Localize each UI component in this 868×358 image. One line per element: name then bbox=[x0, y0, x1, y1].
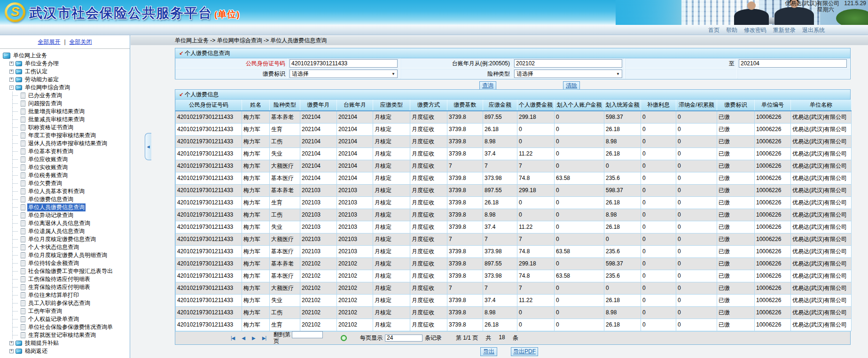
cell: 已缴 bbox=[717, 135, 755, 148]
sidebar-folder-item[interactable]: +劳动能力鉴定 bbox=[2, 76, 130, 84]
sidebar-item[interactable]: 社会保险缴费工资申报汇总表导出 bbox=[2, 267, 130, 275]
sidebar-item[interactable]: 单位社会保险参保缴费情况查询单 bbox=[2, 323, 130, 331]
document-icon bbox=[21, 101, 25, 107]
pay-flag-select[interactable]: 请选择 ▼ bbox=[289, 70, 398, 78]
sidebar-item[interactable]: 单位税务账查询 bbox=[2, 171, 130, 179]
expand-node-icon[interactable]: + bbox=[9, 349, 14, 353]
sidebar-root-item[interactable]: 单位网上业务 bbox=[2, 52, 130, 60]
sidebar-item[interactable]: 生育就医登记审核结果查询 bbox=[2, 331, 130, 339]
table-row[interactable]: 420102197301211433梅力军生育202102202102月核定月度… bbox=[176, 319, 852, 331]
sidebar-collapse-handle[interactable]: ◀ bbox=[145, 133, 151, 160]
per-page-input[interactable] bbox=[385, 335, 422, 342]
period-from-input[interactable] bbox=[514, 59, 622, 68]
id-input[interactable] bbox=[289, 59, 398, 68]
export-pdf-button[interactable]: 导出PDF bbox=[511, 347, 538, 356]
table-row[interactable]: 420102197301211433梅力军基本养老202103202103月核定… bbox=[176, 184, 852, 196]
table-row[interactable]: 420102197301211433梅力军失业202103202103月核定月度… bbox=[176, 221, 852, 233]
main-content: 单位网上业务 -> 单位网申综合查询 -> 单位人员缴费信息查询 ◀ ↙ 个人缴… bbox=[131, 35, 868, 358]
table-row[interactable]: 420102197301211433梅力军大额医疗202102202102月核定… bbox=[176, 282, 852, 294]
last-page-icon[interactable]: ▶| bbox=[262, 335, 266, 341]
cell: 202104 bbox=[300, 123, 337, 135]
empty-cell bbox=[737, 69, 850, 79]
sidebar-folder-item[interactable]: -单位网申综合查询 bbox=[2, 84, 130, 92]
cell: 202102 bbox=[300, 257, 337, 270]
goto-page-input[interactable] bbox=[292, 331, 323, 338]
sidebar-item[interactable]: 个人权益记录单查询 bbox=[2, 315, 130, 323]
table-row[interactable]: 420102197301211433梅力军生育202104202104月核定月度… bbox=[176, 123, 852, 135]
cell: 大额医疗 bbox=[270, 282, 300, 294]
sidebar-item[interactable]: 单位人员基本资料查询 bbox=[2, 187, 130, 195]
table-row[interactable]: 420102197301211433梅力军基本养老202102202102月核定… bbox=[176, 257, 852, 270]
cell: 0 bbox=[517, 209, 555, 221]
table-row[interactable]: 420102197301211433梅力军基本养老202104202104月核定… bbox=[176, 111, 852, 123]
first-page-icon[interactable]: |◀ bbox=[231, 335, 235, 341]
table-row[interactable]: 420102197301211433梅力军大额医疗202103202103月核定… bbox=[176, 233, 852, 245]
prev-page-icon[interactable]: ◀ bbox=[242, 335, 245, 341]
table-row[interactable]: 420102197301211433梅力军工伤202103202103月核定月度… bbox=[176, 209, 852, 221]
cell: 7 bbox=[517, 233, 555, 245]
sidebar-item[interactable]: 个人卡状态信息查询 bbox=[2, 243, 130, 251]
expand-all-link[interactable]: 全部展开 bbox=[38, 38, 60, 46]
ins-type-select[interactable]: 请选择 ▼ bbox=[514, 70, 622, 78]
table-row[interactable]: 420102197301211433梅力军工伤202104202104月核定月度… bbox=[176, 135, 852, 148]
total-count: 18 bbox=[499, 334, 505, 342]
expand-node-icon[interactable]: + bbox=[9, 341, 14, 345]
sidebar: 全部展开 | 全部关闭 单位网上业务+单位业务办理+工伤认定+劳动能力鉴定-单位… bbox=[0, 35, 130, 358]
cell: 373.98 bbox=[483, 270, 517, 282]
collapse-all-link[interactable]: 全部关闭 bbox=[70, 38, 92, 46]
sidebar-item[interactable]: 单位缴费信息查询 bbox=[2, 195, 130, 203]
cell: 月度征收 bbox=[410, 306, 447, 319]
sidebar-folder-item[interactable]: +技能提升补贴 bbox=[2, 339, 130, 347]
period-to-input[interactable] bbox=[739, 59, 847, 68]
next-page-icon[interactable]: ▶ bbox=[252, 335, 255, 341]
folder-icon bbox=[16, 349, 22, 354]
sidebar-item[interactable]: 单位人员缴费信息查询 bbox=[2, 203, 130, 211]
export-button[interactable]: 导出 bbox=[480, 347, 497, 356]
sidebar-item[interactable]: 单位实收账查询 bbox=[2, 163, 130, 171]
document-icon bbox=[21, 125, 25, 131]
expand-node-icon[interactable]: + bbox=[9, 62, 14, 66]
collapse-node-icon[interactable]: - bbox=[9, 86, 14, 90]
sidebar-item[interactable]: 单位待转金余额查询 bbox=[2, 259, 130, 267]
sidebar-item[interactable]: 单位遗属人员信息查询 bbox=[2, 227, 130, 235]
sidebar-item[interactable]: 单位月度核定缴费信息查询 bbox=[2, 235, 130, 243]
sidebar-item[interactable]: 单位离退休人员信息查询 bbox=[2, 219, 130, 227]
expand-node-icon[interactable]: + bbox=[9, 70, 14, 74]
sidebar-item[interactable]: 职称资格证书查询 bbox=[2, 124, 130, 132]
sidebar-item[interactable]: 退休人员待遇申报审核结果查询 bbox=[2, 140, 130, 148]
expand-node-icon[interactable]: + bbox=[9, 78, 14, 82]
sidebar-item[interactable]: 工伤保险待遇应付明细表 bbox=[2, 275, 130, 283]
sidebar-folder-item[interactable]: +稳岗返还 bbox=[2, 347, 130, 355]
sidebar-item[interactable]: 批量减员审核结果查询 bbox=[2, 116, 130, 124]
table-row[interactable]: 420102197301211433梅力军大额医疗202104202104月核定… bbox=[176, 160, 852, 172]
sidebar-item[interactable]: 员工入职前参保状态查询 bbox=[2, 299, 130, 307]
table-row[interactable]: 420102197301211433梅力军失业202102202102月核定月度… bbox=[176, 294, 852, 306]
sidebar-item[interactable]: 批量增员审核结果查询 bbox=[2, 108, 130, 116]
sidebar-folder-item[interactable]: +工伤认定 bbox=[2, 68, 130, 76]
table-row[interactable]: 420102197301211433梅力军基本医疗202102202102月核定… bbox=[176, 270, 852, 282]
table-row[interactable]: 420102197301211433梅力军失业202104202104月核定月度… bbox=[176, 148, 852, 160]
table-row[interactable]: 420102197301211433梅力军基本医疗202103202103月核定… bbox=[176, 245, 852, 257]
table-row[interactable]: 420102197301211433梅力军工伤202102202102月核定月度… bbox=[176, 306, 852, 319]
nav-link[interactable]: 首页 bbox=[708, 26, 719, 34]
go-page-button[interactable] bbox=[341, 335, 347, 341]
sidebar-item[interactable]: 工伤年审查询 bbox=[2, 307, 130, 315]
sidebar-item[interactable]: 问题报告查询 bbox=[2, 100, 130, 108]
sidebar-item[interactable]: 单位月度核定缴费人员明细查询 bbox=[2, 251, 130, 259]
sidebar-item[interactable]: 单位应收账查询 bbox=[2, 156, 130, 163]
nav-link[interactable]: 退出系统 bbox=[802, 26, 825, 34]
nav-link[interactable]: 帮助 bbox=[726, 26, 737, 34]
sidebar-item[interactable]: 单位往来结算单打印 bbox=[2, 291, 130, 299]
sidebar-item[interactable]: 生育保险待遇应付明细表 bbox=[2, 283, 130, 291]
sidebar-item[interactable]: 单位欠费查询 bbox=[2, 179, 130, 187]
table-row[interactable]: 420102197301211433梅力军基本医疗202104202104月核定… bbox=[176, 172, 852, 184]
sidebar-item[interactable]: 单位异动记录查询 bbox=[2, 211, 130, 219]
nav-link[interactable]: 重新登录 bbox=[773, 26, 796, 34]
sidebar-item[interactable]: 已办业务查询 bbox=[2, 92, 130, 100]
table-row[interactable]: 420102197301211433梅力军生育202103202103月核定月度… bbox=[176, 196, 852, 209]
nav-link[interactable]: 修改密码 bbox=[744, 26, 766, 34]
sidebar-item[interactable]: 年度工资申报审核结果查询 bbox=[2, 132, 130, 140]
sidebar-item[interactable]: 单位基本资料查询 bbox=[2, 148, 130, 156]
sidebar-folder-item[interactable]: +单位业务办理 bbox=[2, 60, 130, 68]
cell: 月核定 bbox=[373, 135, 410, 148]
